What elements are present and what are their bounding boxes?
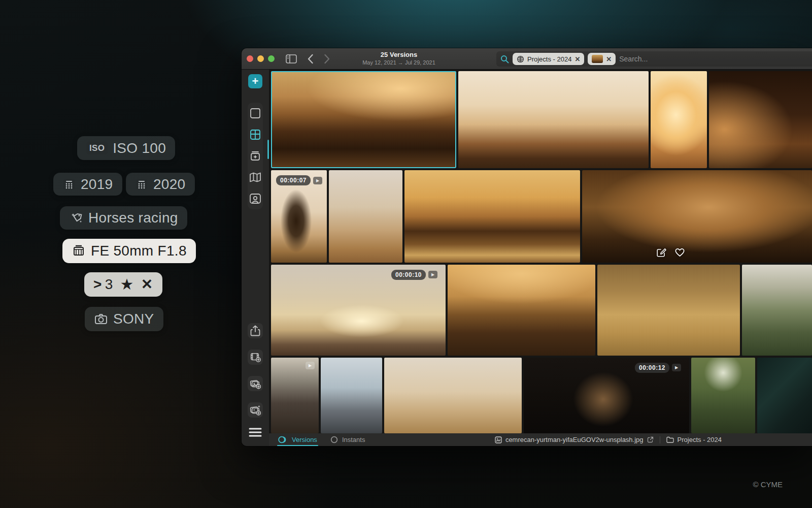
calendar-icon xyxy=(135,178,148,191)
filter-pill-year-2020[interactable]: 2020 xyxy=(126,173,195,196)
add-video-icon[interactable] xyxy=(248,350,263,365)
iso-icon: ISO xyxy=(86,142,108,154)
video-duration: 00:00:10 xyxy=(391,270,426,280)
video-duration-badge: 00:00:12▶ xyxy=(635,363,681,373)
star-icon: ★ xyxy=(120,277,134,292)
titlebar: 25 Versions May 12, 2021 → Jul 29, 2021 … xyxy=(242,48,812,70)
cyme-copyright: © CYME xyxy=(753,480,783,489)
tab-versions-label: Versions xyxy=(292,436,317,443)
smart-album-icon[interactable] xyxy=(248,148,263,164)
current-collection-label: Projects - 2024 xyxy=(678,436,722,443)
close-window-button[interactable] xyxy=(247,55,253,62)
current-file[interactable]: cemrecan-yurtman-yifaEuGOV2w-unsplash.jp… xyxy=(495,436,654,443)
tab-instants[interactable]: Instants xyxy=(330,433,365,446)
remove-token-icon[interactable]: ✕ xyxy=(606,55,612,63)
video-duration-badge: 00:00:10▶ xyxy=(391,270,437,280)
filter-pill-2020-label: 2020 xyxy=(153,176,186,193)
photo-thumbnail[interactable] xyxy=(651,71,707,168)
photo-thumbnail[interactable] xyxy=(582,170,812,263)
photo-thumbnail[interactable]: ▶ xyxy=(271,358,319,433)
view-mode-toggle: Versions Instants xyxy=(278,433,365,446)
photo-grid-row: ▶00:00:12▶ xyxy=(271,358,812,433)
photo-thumbnail[interactable] xyxy=(321,358,382,433)
photo-thumbnail[interactable]: 00:00:12▶ xyxy=(524,358,689,433)
video-duration: 00:00:07 xyxy=(276,175,311,185)
camera-icon xyxy=(94,312,108,326)
bottom-bar: Versions Instants cemrecan-yurtman-yifaE… xyxy=(269,433,812,446)
view-single-icon[interactable] xyxy=(248,106,263,121)
filter-pill-lens[interactable]: FE 50mm F1.8 xyxy=(62,239,196,263)
video-indicator-icon: ▶ xyxy=(306,362,315,369)
play-icon[interactable]: ▶ xyxy=(428,271,437,278)
filter-pill-rating[interactable]: > 3 ★ ✕ xyxy=(84,272,162,297)
minimize-window-button[interactable] xyxy=(257,55,264,62)
filter-pill-year-2019[interactable]: 2019 xyxy=(53,173,122,196)
sidebar-selection-indicator xyxy=(267,140,269,159)
photo-grid-row xyxy=(271,71,812,168)
add-photos-icon[interactable] xyxy=(248,376,263,391)
photo-thumbnail[interactable] xyxy=(691,358,755,433)
ai-tag-icon xyxy=(69,211,83,225)
play-icon[interactable]: ▶ xyxy=(672,364,681,371)
photo-grid-row: 00:00:10▶ xyxy=(271,265,812,356)
filter-pill-iso[interactable]: ISO ISO 100 xyxy=(77,136,175,160)
filter-pill-camera-label: SONY xyxy=(113,311,154,327)
edit-icon[interactable] xyxy=(656,247,666,258)
photo-thumbnail[interactable] xyxy=(742,265,812,356)
app-window: 25 Versions May 12, 2021 → Jul 29, 2021 … xyxy=(242,48,812,446)
filter-pill-iso-label: ISO 100 xyxy=(113,140,166,156)
favorite-heart-icon[interactable] xyxy=(674,247,685,258)
photo-thumbnail[interactable] xyxy=(458,71,649,168)
main-area: 00:00:07▶00:00:10▶▶00:00:12▶ Versions In… xyxy=(269,70,812,446)
toggle-sidebar-icon[interactable] xyxy=(286,54,297,64)
selection-count-title: 25 Versions xyxy=(341,51,457,58)
rating-operator: > xyxy=(93,276,102,293)
project-globe-icon xyxy=(517,55,524,63)
current-collection[interactable]: Projects - 2024 xyxy=(666,436,722,443)
filter-pill-2019-label: 2019 xyxy=(81,176,113,193)
search-token-image[interactable]: ✕ xyxy=(588,53,616,65)
search-bar[interactable]: Projects - 2024 ✕ ✕ xyxy=(496,51,812,67)
current-filename: cemrecan-yurtman-yifaEuGOV2w-unsplash.jp… xyxy=(505,436,644,443)
add-photos-magic-icon[interactable] xyxy=(248,402,263,418)
photo-thumbnail[interactable] xyxy=(329,170,402,263)
search-icon xyxy=(500,55,509,64)
people-icon[interactable] xyxy=(248,191,263,206)
traffic-lights xyxy=(247,55,275,62)
photo-hover-actions xyxy=(656,247,685,258)
calendar-icon xyxy=(62,178,76,191)
bottombar-divider xyxy=(660,436,660,443)
map-icon[interactable] xyxy=(248,170,263,185)
remove-token-icon[interactable]: ✕ xyxy=(574,55,580,63)
back-button[interactable] xyxy=(307,54,314,64)
photo-grid: 00:00:07▶00:00:10▶▶00:00:12▶ xyxy=(269,70,812,433)
forward-button[interactable] xyxy=(324,54,330,64)
remove-rating-filter-icon[interactable]: ✕ xyxy=(141,277,153,292)
photo-thumbnail[interactable]: 00:00:07▶ xyxy=(271,170,327,263)
photo-thumbnail[interactable]: 00:00:10▶ xyxy=(271,265,446,356)
zoom-window-button[interactable] xyxy=(268,55,275,62)
file-icon xyxy=(495,436,502,443)
photo-thumbnail-selected[interactable] xyxy=(271,71,456,168)
search-token-project[interactable]: Projects - 2024 ✕ xyxy=(513,53,584,65)
video-duration-badge: 00:00:07▶ xyxy=(276,175,322,185)
photo-thumbnail[interactable] xyxy=(448,265,595,356)
add-button[interactable]: + xyxy=(248,74,262,88)
search-input[interactable] xyxy=(619,55,812,63)
rating-value: 3 xyxy=(105,276,113,293)
play-icon[interactable]: ▶ xyxy=(313,177,322,184)
photo-thumbnail[interactable] xyxy=(757,358,812,433)
tab-versions[interactable]: Versions xyxy=(278,433,317,446)
photo-thumbnail[interactable] xyxy=(597,265,740,356)
photo-thumbnail[interactable] xyxy=(404,170,580,263)
filter-pill-keyword[interactable]: Horses racing xyxy=(60,206,187,230)
filter-pill-camera[interactable]: SONY xyxy=(85,307,163,331)
share-icon[interactable] xyxy=(248,323,263,338)
photo-thumbnail[interactable] xyxy=(384,358,522,433)
menu-icon[interactable] xyxy=(248,425,263,440)
view-grid-icon[interactable] xyxy=(248,127,263,142)
filter-pill-keyword-label: Horses racing xyxy=(88,210,178,226)
photo-thumbnail[interactable] xyxy=(709,71,812,168)
folder-icon xyxy=(666,436,674,443)
open-externally-icon[interactable] xyxy=(647,436,654,443)
